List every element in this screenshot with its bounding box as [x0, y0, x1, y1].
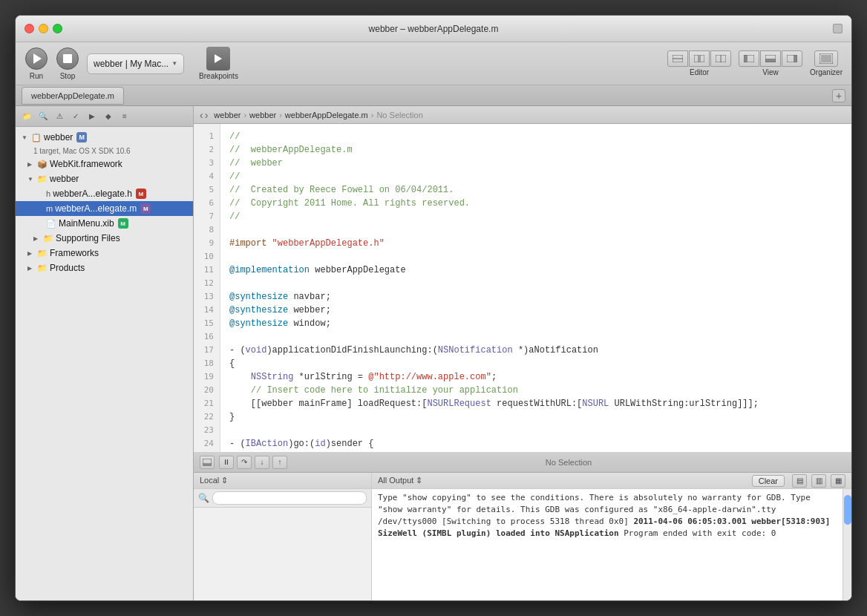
chevron-down-icon: ▼ [171, 60, 177, 67]
scheme-selector[interactable]: webber | My Mac... ▼ [87, 53, 184, 74]
breakpoints-button[interactable]: Breakpoints [199, 47, 238, 80]
active-tab[interactable]: webberAppDelegate.m [22, 87, 124, 105]
svg-rect-2 [694, 55, 698, 62]
toggle-debug-area-button[interactable] [200, 456, 215, 469]
output-content: Type "show copying" to see the condition… [372, 489, 843, 600]
tree-item-webkit[interactable]: ▶ 📦 WebKit.framework [16, 157, 193, 171]
clear-button[interactable]: Clear [752, 475, 785, 487]
implementation-file-icon: m [46, 204, 53, 213]
main-content: 📁 🔍 ⚠ ✓ ▶ ◆ ≡ ▼ 📋 webber M 1 target, Mac… [16, 106, 851, 600]
debug-icon[interactable]: ▶ [85, 111, 99, 122]
editor-view-group: Editor [667, 50, 731, 76]
navigator-toggle-button[interactable] [739, 50, 759, 67]
debug-toggle-button[interactable] [760, 50, 781, 67]
add-tab-button[interactable]: + [832, 89, 845, 102]
output-layout-2[interactable]: ▥ [811, 474, 826, 488]
organizer-button[interactable] [814, 50, 838, 67]
locals-panel: Local ⇕ 🔍 [194, 473, 372, 600]
test-icon[interactable]: ✓ [69, 111, 82, 122]
tree-item-delegate-m[interactable]: m webberA...elegate.m M [16, 201, 193, 216]
window-title: webber – webberAppDelegate.m [369, 24, 499, 34]
maximize-button[interactable] [53, 24, 62, 33]
step-into-button[interactable]: ↓ [255, 456, 269, 469]
debug-toolbar: ⏸ ↷ ↓ ↑ No Selection [194, 452, 851, 473]
code-content[interactable]: // // webberAppDelegate.m // webber // /… [220, 124, 851, 452]
breakpoint-icon[interactable]: ◆ [102, 111, 115, 122]
output-layout-3[interactable]: ▦ [831, 474, 845, 488]
run-button[interactable]: Run [24, 47, 48, 80]
locals-search: 🔍 [194, 489, 371, 508]
navigator-toolbar: 📁 🔍 ⚠ ✓ ▶ ◆ ≡ [16, 106, 193, 127]
view-toggle-group: View [739, 50, 802, 76]
stop-button[interactable]: Stop [56, 47, 79, 80]
tree-item-webber-folder[interactable]: ▼ 📁 webber [16, 171, 193, 186]
step-out-button[interactable]: ↑ [272, 456, 287, 469]
stop-icon [63, 54, 72, 63]
breakpoints-icon [215, 54, 222, 63]
search-icon: 🔍 [198, 493, 209, 503]
titlebar: webber – webberAppDelegate.m [16, 16, 851, 42]
tree-item-products[interactable]: ▶ 📁 Products [16, 261, 193, 275]
log-icon[interactable]: ≡ [118, 111, 131, 122]
locals-header: Local ⇕ [194, 473, 371, 489]
close-button[interactable] [24, 24, 34, 33]
tree-item-frameworks[interactable]: ▶ 📁 Frameworks [16, 246, 193, 261]
locals-search-input[interactable] [212, 491, 367, 505]
svg-rect-9 [794, 55, 797, 62]
folder-icon[interactable]: 📁 [20, 111, 33, 122]
svg-rect-14 [203, 464, 212, 466]
warning-icon[interactable]: ⚠ [53, 111, 66, 122]
breadcrumb-back[interactable]: ‹ [200, 109, 203, 121]
svg-rect-3 [700, 55, 704, 62]
code-editor[interactable]: 1 2 3 4 5 6 7 8 9 10 11 12 13 14 15 16 1 [194, 124, 851, 452]
editor-assistant-button[interactable] [689, 50, 710, 67]
header-file-icon: h [46, 189, 50, 198]
tree-item-project[interactable]: ▼ 📋 webber M [16, 130, 193, 145]
run-icon [33, 53, 42, 64]
main-window: webber – webberAppDelegate.m Run Stop we… [15, 15, 852, 601]
navigator-panel: 📁 🔍 ⚠ ✓ ▶ ◆ ≡ ▼ 📋 webber M 1 target, Mac… [16, 106, 194, 600]
debug-panel: ⏸ ↷ ↓ ↑ No Selection Local ⇕ 🔍 [194, 452, 851, 600]
traffic-lights [24, 24, 62, 33]
scrollbar-thumb [844, 495, 851, 525]
breadcrumb-item-3[interactable]: webberAppDelegate.m [285, 111, 368, 119]
editor-area: ‹ › webber › webber › webberAppDelegate.… [194, 106, 851, 600]
output-header: All Output ⇕ Clear ▤ ▥ ▦ [372, 473, 851, 489]
svg-rect-7 [765, 59, 776, 62]
minimize-button[interactable] [39, 24, 48, 33]
organizer-group: Organizer [810, 50, 843, 76]
tree-item-delegate-h[interactable]: h webberA...elegate.h M [16, 186, 193, 201]
line-numbers: 1 2 3 4 5 6 7 8 9 10 11 12 13 14 15 16 1 [194, 124, 220, 452]
output-scrollbar[interactable] [843, 489, 851, 600]
breadcrumb-bar: ‹ › webber › webber › webberAppDelegate.… [194, 106, 851, 124]
editor-version-button[interactable] [710, 50, 731, 67]
output-panel: All Output ⇕ Clear ▤ ▥ ▦ Type "show copy… [372, 473, 851, 600]
svg-rect-12 [821, 55, 831, 62]
tree-item-mainmenu[interactable]: 📄 MainMenu.xib M [16, 216, 193, 231]
editor-standard-button[interactable] [667, 50, 688, 67]
debug-selection-label: No Selection [292, 458, 845, 467]
tree-item-supporting[interactable]: ▶ 📁 Supporting Files [16, 231, 193, 246]
svg-rect-13 [203, 459, 212, 464]
breadcrumb-item-4[interactable]: No Selection [376, 111, 422, 119]
search-icon[interactable]: 🔍 [36, 111, 50, 122]
breadcrumb-item-2[interactable]: webber [249, 111, 276, 119]
svg-rect-5 [744, 55, 747, 62]
breadcrumb-item-1[interactable]: webber [214, 111, 241, 119]
debug-content: Local ⇕ 🔍 All Output ⇕ Clear ▤ ▥ [194, 473, 851, 600]
output-layout-1[interactable]: ▤ [792, 474, 807, 488]
file-tree: ▼ 📋 webber M 1 target, Mac OS X SDK 10.6… [16, 127, 193, 600]
breadcrumb-forward[interactable]: › [205, 109, 209, 121]
collapse-button[interactable] [833, 24, 843, 33]
tree-item-target-info: 1 target, Mac OS X SDK 10.6 [16, 145, 193, 157]
step-over-button[interactable]: ↷ [237, 456, 252, 469]
pause-button[interactable]: ⏸ [219, 456, 234, 469]
utilities-toggle-button[interactable] [782, 50, 802, 67]
tab-bar: webberAppDelegate.m + [16, 85, 851, 106]
toolbar: Run Stop webber | My Mac... ▼ Breakpoint… [16, 42, 851, 85]
xib-file-icon: 📄 [46, 219, 56, 229]
